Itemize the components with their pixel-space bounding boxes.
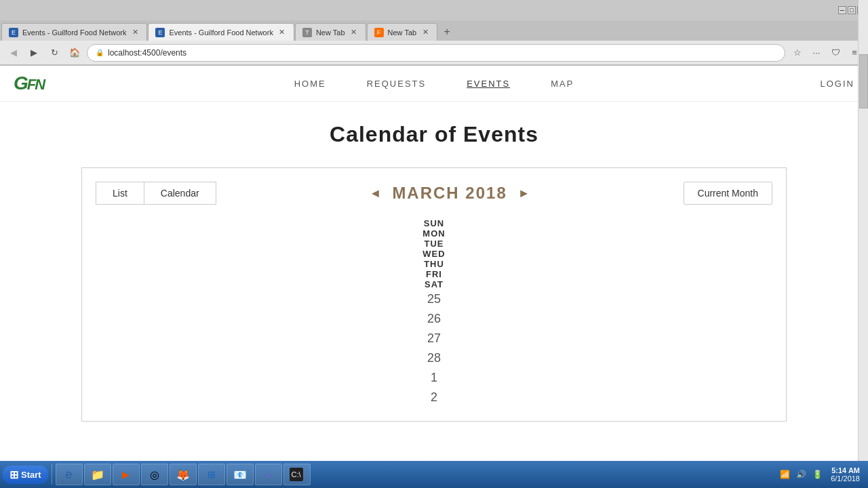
browser-tab-3[interactable]: T New Tab ✕ bbox=[295, 23, 366, 41]
calendar-controls: List Calendar ◄ MARCH 2018 ► Current Mon… bbox=[96, 182, 772, 205]
day-label-tue: TUE bbox=[425, 239, 444, 249]
site-logo: GFN bbox=[14, 73, 44, 94]
date-25[interactable]: 25 bbox=[96, 289, 772, 309]
tab-favicon-4: F bbox=[374, 28, 384, 37]
bookmark-icon[interactable]: ☆ bbox=[789, 45, 806, 61]
tab-close-1[interactable]: ✕ bbox=[130, 28, 140, 37]
date-28[interactable]: 28 bbox=[96, 348, 772, 368]
title-bar: ─ □ ✕ bbox=[0, 0, 868, 20]
month-title: MARCH 2018 bbox=[392, 184, 507, 203]
day-label-sun: SUN bbox=[424, 218, 444, 228]
url-actions: ☆ ··· 🛡 ≡ bbox=[789, 45, 863, 61]
nav-link-events[interactable]: EVENTS bbox=[467, 79, 510, 89]
new-tab-button[interactable]: + bbox=[438, 23, 456, 41]
tab-label-4: New Tab bbox=[388, 28, 417, 37]
address-bar: ◀ ▶ ↻ 🏠 🔒 localhost:4500/events ☆ ··· 🛡 … bbox=[0, 41, 868, 65]
page-title: Calendar of Events bbox=[81, 122, 787, 147]
tab-close-2[interactable]: ✕ bbox=[277, 28, 287, 37]
tab-favicon-1: E bbox=[9, 28, 18, 37]
day-label-wed: WED bbox=[422, 249, 445, 259]
tab-bar: E Events - Guilford Food Network ✕ E Eve… bbox=[0, 20, 868, 41]
scrollbar-thumb[interactable] bbox=[859, 54, 868, 108]
maximize-button[interactable]: □ bbox=[848, 6, 856, 14]
page-content: GFN HOME REQUESTS EVENTS MAP LOGIN Calen… bbox=[0, 66, 868, 459]
nav-links: HOME REQUESTS EVENTS MAP bbox=[294, 79, 574, 89]
date-27[interactable]: 27 bbox=[96, 329, 772, 348]
next-month-button[interactable]: ► bbox=[518, 186, 530, 201]
home-button[interactable]: 🏠 bbox=[66, 45, 83, 61]
forward-button[interactable]: ▶ bbox=[26, 45, 42, 61]
calendar-days-list: SUN MON TUE WED THU FRI SAT 25 26 27 28 … bbox=[96, 218, 772, 407]
scrollbar[interactable] bbox=[858, 0, 868, 459]
tab-favicon-2: E bbox=[155, 28, 165, 37]
nav-link-requests[interactable]: REQUESTS bbox=[367, 79, 427, 89]
list-view-button[interactable]: List bbox=[96, 182, 144, 204]
back-button[interactable]: ◀ bbox=[5, 45, 22, 61]
refresh-button[interactable]: ↻ bbox=[46, 45, 62, 61]
url-bar[interactable]: 🔒 localhost:4500/events bbox=[87, 44, 785, 62]
browser-tab-2[interactable]: E Events - Guilford Food Network ✕ bbox=[148, 23, 294, 41]
date-1[interactable]: 1 bbox=[96, 368, 772, 388]
minimize-button[interactable]: ─ bbox=[838, 6, 846, 14]
logo-sub: FN bbox=[27, 76, 44, 93]
nav-login-button[interactable]: LOGIN bbox=[821, 79, 854, 89]
lock-icon: 🔒 bbox=[96, 49, 104, 56]
tab-label-3: New Tab bbox=[316, 28, 345, 37]
tab-close-4[interactable]: ✕ bbox=[420, 28, 430, 37]
tab-label-2: Events - Guilford Food Network bbox=[169, 28, 273, 37]
url-text: localhost:4500/events bbox=[108, 48, 186, 58]
calendar-view-button[interactable]: Calendar bbox=[144, 182, 216, 204]
current-month-button[interactable]: Current Month bbox=[684, 182, 772, 205]
tab-label-1: Events - Guilford Food Network bbox=[22, 28, 126, 37]
day-label-thu: THU bbox=[424, 259, 444, 269]
nav-link-home[interactable]: HOME bbox=[294, 79, 326, 89]
browser-tab-1[interactable]: E Events - Guilford Food Network ✕ bbox=[1, 23, 147, 41]
view-toggle: List Calendar bbox=[96, 182, 216, 205]
more-options-button[interactable]: ··· bbox=[808, 45, 825, 61]
day-label-sat: SAT bbox=[425, 279, 443, 289]
tab-close-3[interactable]: ✕ bbox=[349, 28, 359, 37]
extensions-icon[interactable]: 🛡 bbox=[827, 45, 844, 61]
browser-chrome: ─ □ ✕ E Events - Guilford Food Network ✕… bbox=[0, 0, 868, 66]
date-2[interactable]: 2 bbox=[96, 388, 772, 407]
prev-month-button[interactable]: ◄ bbox=[370, 186, 382, 201]
site-nav: GFN HOME REQUESTS EVENTS MAP LOGIN bbox=[0, 66, 868, 102]
tab-favicon-3: T bbox=[302, 28, 312, 37]
month-nav: ◄ MARCH 2018 ► bbox=[370, 184, 530, 203]
day-label-mon: MON bbox=[422, 228, 445, 239]
day-label-fri: FRI bbox=[426, 269, 442, 279]
main-content: Calendar of Events List Calendar ◄ MARCH… bbox=[0, 102, 868, 442]
date-26[interactable]: 26 bbox=[96, 309, 772, 329]
nav-link-map[interactable]: MAP bbox=[551, 79, 574, 89]
calendar-container: List Calendar ◄ MARCH 2018 ► Current Mon… bbox=[81, 167, 787, 422]
browser-tab-4[interactable]: F New Tab ✕ bbox=[367, 23, 438, 41]
